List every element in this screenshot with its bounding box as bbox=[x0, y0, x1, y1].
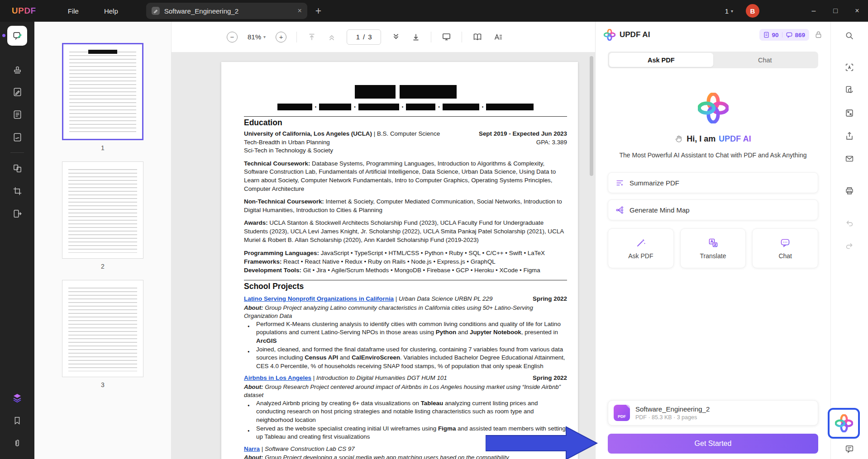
text-segment: Served as the website specialist creatin… bbox=[256, 425, 438, 432]
generate-mindmap-button[interactable]: Generate Mind Map bbox=[608, 199, 818, 220]
lock-icon[interactable] bbox=[815, 31, 822, 39]
tab-chat[interactable]: Chat bbox=[713, 53, 817, 67]
menu-help[interactable]: Help bbox=[104, 7, 118, 15]
translate-card[interactable]: Translate bbox=[680, 228, 746, 268]
email-button[interactable] bbox=[841, 151, 858, 167]
thumbnail-page-3[interactable] bbox=[62, 280, 143, 377]
tool-crop[interactable] bbox=[8, 182, 26, 200]
tool-export[interactable] bbox=[8, 204, 26, 222]
tool-layers[interactable] bbox=[8, 389, 26, 407]
tab-ask-pdf[interactable]: Ask PDF bbox=[609, 53, 713, 67]
document-canvas[interactable]: • • • • • Education University o bbox=[172, 52, 595, 459]
ai-button-highlight[interactable] bbox=[828, 408, 860, 439]
zoom-out-button[interactable]: − bbox=[227, 32, 238, 43]
avatar[interactable]: B bbox=[746, 4, 759, 18]
menu-file[interactable]: File bbox=[68, 7, 79, 15]
first-page-button[interactable] bbox=[307, 32, 317, 42]
text-segment: URBN PL 229 bbox=[453, 295, 493, 302]
chats-quota-icon bbox=[786, 32, 792, 38]
attached-file-card[interactable]: PDF Software_Engineering_2 PDF · 85.3 KB… bbox=[608, 400, 818, 426]
tool-reader[interactable] bbox=[8, 105, 26, 123]
pdf-page: • • • • • Education University o bbox=[221, 62, 578, 459]
frameworks: Frameworks: React • React Native • Redux… bbox=[244, 257, 567, 266]
text-segment: University of California, Los Angeles (U… bbox=[244, 130, 372, 137]
redo-button[interactable] bbox=[841, 238, 858, 254]
reader-mode-button[interactable] bbox=[472, 32, 483, 43]
presentation-mode-button[interactable] bbox=[441, 32, 452, 42]
page-thumbnail-2[interactable]: 2 bbox=[62, 161, 143, 270]
text-segment: and bbox=[338, 354, 352, 361]
chat-card[interactable]: Chat bbox=[752, 228, 818, 268]
tool-attachment[interactable] bbox=[8, 434, 26, 452]
vertical-scrollbar[interactable] bbox=[589, 54, 594, 457]
text-segment: Tableau bbox=[421, 400, 444, 407]
compress-button[interactable] bbox=[841, 105, 858, 121]
file-name: Software_Engineering_2 bbox=[635, 405, 710, 413]
open-book-icon bbox=[472, 32, 483, 43]
project-title-row: Airbnbs in Los Angeles | Introduction to… bbox=[244, 374, 567, 383]
zoom-level-dropdown[interactable]: 81% ▾ bbox=[248, 33, 266, 41]
text-segment: About: bbox=[244, 304, 265, 311]
summarize-pdf-button[interactable]: Summarize PDF bbox=[608, 172, 818, 193]
zoom-in-button[interactable]: + bbox=[276, 32, 286, 43]
thumbnail-label: 2 bbox=[101, 263, 105, 270]
next-page-button[interactable] bbox=[391, 32, 401, 42]
document-tab[interactable]: Software_Engineering_2 × bbox=[146, 3, 307, 19]
wave-hand-icon bbox=[675, 135, 683, 143]
tool-stamp[interactable] bbox=[8, 60, 26, 78]
tool-organize-pages[interactable] bbox=[8, 159, 26, 177]
page-thumbnail-3[interactable]: 3 bbox=[62, 280, 143, 388]
text-segment: About: bbox=[244, 383, 265, 390]
ai-panel-body: Hi, I am UPDF AI The Most Powerful AI As… bbox=[596, 68, 830, 268]
window-count-dropdown[interactable]: 1 ▾ bbox=[725, 7, 733, 15]
thumbnail-page-1[interactable] bbox=[62, 43, 143, 140]
technical-coursework: Technical Coursework: Database Systems, … bbox=[244, 160, 567, 193]
contact-bullet: • bbox=[482, 104, 484, 109]
tool-edit[interactable] bbox=[8, 83, 26, 101]
convert-button[interactable] bbox=[841, 82, 858, 98]
chevron-down-icon: ▾ bbox=[263, 34, 266, 39]
skills-block: Programming Languages: JavaScript • Type… bbox=[244, 249, 567, 274]
ask-pdf-card[interactable]: Ask PDF bbox=[608, 228, 674, 268]
education-heading: Education bbox=[244, 118, 567, 128]
text-segment: , presented in bbox=[521, 329, 558, 336]
close-button[interactable]: × bbox=[846, 0, 868, 22]
window-count-value: 1 bbox=[725, 7, 729, 15]
toolbar-divider bbox=[462, 32, 462, 43]
project-link[interactable]: Latino Serving Nonprofit Organizations i… bbox=[244, 295, 394, 302]
scrollbar-thumb[interactable] bbox=[590, 56, 593, 176]
tab-close-icon[interactable]: × bbox=[297, 7, 301, 14]
maximize-button[interactable]: □ bbox=[825, 0, 846, 22]
education-row: University of California, Los Angeles (U… bbox=[244, 130, 567, 138]
document-toolbar: − 81% ▾ + 1 / 3 bbox=[172, 22, 595, 52]
tool-annotate[interactable] bbox=[7, 26, 27, 46]
page-number-input[interactable]: 1 / 3 bbox=[347, 29, 381, 45]
file-info: Software_Engineering_2 PDF · 85.3 KB · 3… bbox=[635, 405, 710, 421]
ocr-button[interactable] bbox=[841, 59, 858, 76]
page-thumbnail-1[interactable]: 1 bbox=[62, 43, 143, 151]
search-button[interactable] bbox=[841, 28, 858, 44]
thumbnail-page-2[interactable] bbox=[62, 161, 143, 259]
right-toolbar bbox=[830, 22, 868, 459]
quota-badge[interactable]: 90 869 bbox=[759, 29, 809, 41]
project-title-row: Latino Serving Nonprofit Organizations i… bbox=[244, 295, 567, 303]
project-about: About: Group Project analyzing Latino co… bbox=[244, 304, 567, 320]
undo-button[interactable] bbox=[841, 215, 858, 232]
redacted-contact: • • • • • bbox=[244, 104, 567, 110]
minimize-button[interactable]: – bbox=[803, 0, 825, 22]
tool-bookmark[interactable] bbox=[8, 412, 26, 430]
previous-page-button[interactable] bbox=[327, 32, 337, 42]
contact-bullet: • bbox=[315, 104, 317, 109]
feedback-button[interactable] bbox=[841, 441, 858, 457]
project-link[interactable]: Airbnbs in Los Angeles bbox=[244, 374, 311, 381]
tool-sign[interactable] bbox=[8, 128, 26, 146]
new-tab-button[interactable]: + bbox=[315, 6, 321, 16]
redaction-bar bbox=[486, 104, 534, 110]
text-recognition-button[interactable] bbox=[493, 32, 504, 43]
get-started-button[interactable]: Get Started bbox=[608, 434, 818, 454]
last-page-button[interactable] bbox=[411, 32, 421, 42]
project-link[interactable]: Narra bbox=[244, 445, 260, 452]
print-button[interactable] bbox=[841, 183, 858, 199]
share-button[interactable] bbox=[841, 128, 858, 144]
text-segment: Group Project analyzing Latino community… bbox=[244, 304, 533, 319]
